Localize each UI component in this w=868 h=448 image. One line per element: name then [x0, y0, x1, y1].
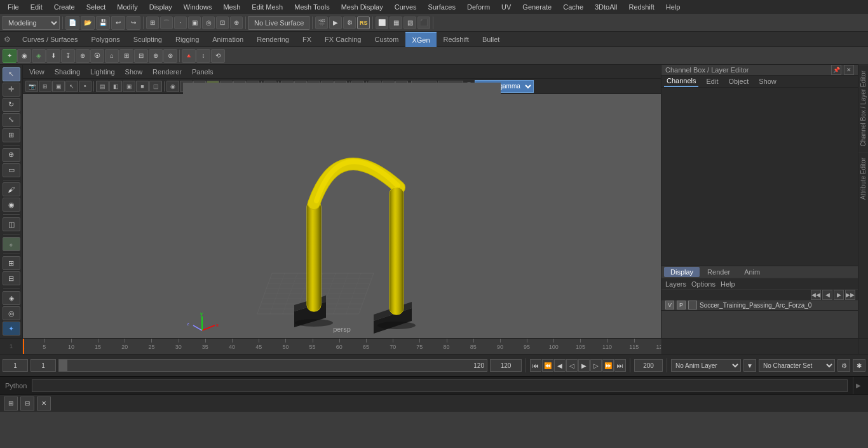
tab-custom[interactable]: Custom	[369, 32, 405, 47]
render-ipr-btn[interactable]: ▶	[329, 17, 342, 29]
menu-mesh[interactable]: Mesh	[218, 2, 245, 12]
tab-sculpting[interactable]: Sculpting	[127, 32, 168, 47]
window-ctrl-close[interactable]: ✕	[37, 397, 51, 411]
layout4-btn[interactable]: ⬛	[417, 17, 430, 29]
xgen-icon-9[interactable]: ⊞	[119, 49, 133, 63]
menu-redshift[interactable]: Redshift	[623, 2, 659, 12]
edge-tab-channel-box[interactable]: Channel Box / Layer Editor	[858, 65, 868, 152]
char-set-select[interactable]: No Character Set	[759, 359, 835, 372]
xgen-main-btn[interactable]: ✦	[3, 322, 20, 336]
layers-next2-btn[interactable]: ▶▶	[845, 290, 855, 300]
live-surface-btn[interactable]: No Live Surface	[248, 16, 309, 30]
channel-tab-object[interactable]: Object	[726, 76, 751, 86]
snap-curve-btn[interactable]: ⌒	[160, 17, 173, 29]
tab-redshift[interactable]: Redshift	[437, 32, 475, 47]
menu-mesh-tools[interactable]: Mesh Tools	[289, 2, 334, 12]
left-btn-extra3[interactable]: ◈	[3, 291, 20, 305]
snap-view-btn[interactable]: ◎	[202, 17, 215, 29]
layers-next-btn[interactable]: ▶	[834, 290, 844, 300]
pb-play-back-btn[interactable]: ◁	[566, 359, 578, 372]
vp-xray-btn[interactable]: ◫	[149, 81, 162, 92]
xgen-icon-6[interactable]: ⊕	[76, 49, 90, 63]
vp-camera-btn[interactable]: 📷	[25, 81, 38, 92]
menu-display[interactable]: Display	[144, 2, 177, 12]
render-btn[interactable]: 🎬	[315, 17, 328, 29]
channel-tab-show[interactable]: Show	[756, 76, 779, 86]
menu-mesh-display[interactable]: Mesh Display	[336, 2, 388, 12]
xgen-icon-12[interactable]: ⊗	[163, 49, 177, 63]
snap-live-btn[interactable]: ⊡	[216, 17, 229, 29]
render-settings-btn[interactable]: ⚙	[343, 17, 356, 29]
viewport-menu-renderer[interactable]: Renderer	[150, 68, 184, 76]
xgen-icon-7[interactable]: ⦿	[90, 49, 104, 63]
snap-point-btn[interactable]: ·	[174, 17, 187, 29]
menu-select[interactable]: Select	[81, 2, 111, 12]
vp-select-btn[interactable]: ↖	[65, 81, 78, 92]
layer-type-btn[interactable]	[688, 301, 697, 309]
xgen-icon-5[interactable]: ↧	[61, 49, 75, 63]
menu-cache[interactable]: Cache	[558, 2, 588, 12]
vp-smooth2-btn[interactable]: ▣	[123, 81, 135, 92]
component-select-btn[interactable]: ⬦	[3, 237, 20, 251]
tab-xgen[interactable]: XGen	[405, 32, 436, 47]
frame-current-input[interactable]	[31, 359, 56, 372]
vp-smooth-btn[interactable]: ◧	[109, 81, 122, 92]
viewport-menu-panels[interactable]: Panels	[189, 68, 216, 76]
vp-solid-btn[interactable]: ■	[136, 81, 149, 92]
channel-tab-channels[interactable]: Channels	[664, 76, 698, 87]
pb-go-start-btn[interactable]: ⏮	[530, 359, 541, 372]
xgen-icon-11[interactable]: ⊕	[149, 49, 163, 63]
rect-select-btn[interactable]: ▭	[3, 163, 20, 177]
open-scene-btn[interactable]: 📂	[81, 16, 95, 30]
vp-paint-btn[interactable]: ⚬	[79, 81, 92, 92]
left-btn-extra2[interactable]: ⊟	[3, 271, 20, 285]
viewport-canvas[interactable]: x y z persp	[23, 94, 661, 338]
snap-live2-btn[interactable]: ⊕	[230, 17, 243, 29]
char-set-btn2[interactable]: ✱	[853, 359, 865, 372]
new-scene-btn[interactable]: 📄	[65, 16, 79, 30]
workspace-select[interactable]: Modeling	[3, 16, 60, 30]
undo-btn[interactable]: ↩	[111, 16, 125, 30]
char-set-btn1[interactable]: ⚙	[837, 359, 850, 372]
save-scene-btn[interactable]: 💾	[96, 16, 110, 30]
python-run-btn[interactable]: ▶	[853, 377, 863, 394]
move-tool-btn[interactable]: ✛	[3, 83, 20, 97]
display-tab-anim[interactable]: Anim	[738, 267, 766, 277]
pb-step-fwd-btn[interactable]: ⏩	[602, 359, 614, 372]
anim-layer-btn[interactable]: ▼	[743, 359, 756, 372]
xgen-icon-3[interactable]: ◈	[32, 49, 46, 63]
menu-help[interactable]: Help	[661, 2, 686, 12]
snap-surface-btn[interactable]: ▣	[188, 17, 201, 29]
vp-shading-btn[interactable]: ◉	[166, 81, 179, 92]
layers-menu-help[interactable]: Help	[721, 280, 735, 288]
render-rs-btn[interactable]: RS	[357, 17, 370, 29]
timeline-ruler[interactable]: 1510152025303540455055606570758085909510…	[23, 339, 661, 354]
xgen-icon-15[interactable]: ⟲	[211, 49, 225, 63]
pb-go-end-btn[interactable]: ⏭	[614, 359, 626, 372]
snap-btn[interactable]: ⊕	[3, 148, 20, 162]
frame-end-input[interactable]	[634, 359, 663, 372]
tab-polygons[interactable]: Polygons	[85, 32, 126, 47]
scale-tool-btn[interactable]: ⤡	[3, 113, 20, 127]
tab-curves-surfaces[interactable]: Curves / Surfaces	[16, 32, 84, 47]
layout3-btn[interactable]: ▧	[403, 17, 416, 29]
tab-fx-caching[interactable]: FX Caching	[318, 32, 367, 47]
layer-playback-btn[interactable]: P	[677, 301, 686, 309]
rotate-tool-btn[interactable]: ↻	[3, 98, 20, 112]
vp-grid-btn[interactable]: ⊞	[39, 81, 51, 92]
pb-step-back-btn[interactable]: ◀	[554, 359, 566, 372]
xgen-icon-13[interactable]: 🔺	[182, 49, 196, 63]
window-ctrl-2[interactable]: ⊟	[20, 397, 34, 411]
xgen-icon-2[interactable]: ◉	[17, 49, 31, 63]
xray-btn[interactable]: ◫	[3, 217, 20, 231]
edge-tab-attribute-editor[interactable]: Attribute Editor	[858, 152, 868, 205]
select-tool-btn[interactable]: ↖	[3, 67, 20, 81]
sculpt-btn[interactable]: ◉	[3, 198, 20, 212]
tab-fx[interactable]: FX	[296, 32, 318, 47]
frame-end-range-input[interactable]	[490, 359, 522, 372]
layout2-btn[interactable]: ▦	[390, 17, 402, 29]
layout-btn[interactable]: ⬜	[376, 17, 388, 29]
anim-layer-select[interactable]: No Anim Layer	[671, 359, 741, 372]
multi-tool-btn[interactable]: ⊞	[3, 128, 20, 142]
menu-edit[interactable]: Edit	[25, 2, 48, 12]
